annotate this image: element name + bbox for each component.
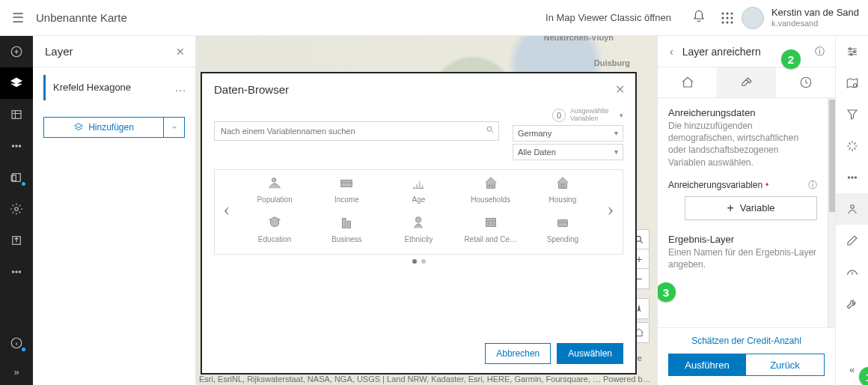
layer-item[interactable]: Krefeld Hexagone … (33, 67, 195, 108)
history-icon (799, 76, 813, 89)
variable-search-input[interactable] (214, 121, 499, 141)
svg-point-39 (853, 84, 857, 88)
rr-geoenrich-button[interactable]: 1 (836, 193, 868, 225)
category-icon (409, 175, 428, 191)
rail-expand-button[interactable]: » (0, 359, 33, 385)
tab-configure[interactable] (717, 67, 776, 97)
rr-tools-button[interactable] (836, 288, 868, 319)
carousel-next-button[interactable]: › (599, 197, 623, 221)
category-age[interactable]: Age (382, 175, 454, 204)
sparkle-icon (846, 139, 859, 153)
rail-add-button[interactable] (0, 36, 33, 67)
config-back-button[interactable]: ‹ (664, 46, 679, 58)
category-income[interactable]: Income (311, 175, 382, 204)
modal-close-button[interactable]: ✕ (615, 82, 625, 97)
map-canvas[interactable]: Neukirchen-Vluyn Duisburg Meerbusch Dere… (196, 36, 657, 385)
rr-sliders-button[interactable] (836, 36, 868, 67)
category-label: Business (331, 235, 362, 243)
category-ethnicity[interactable]: Ethnicity (382, 214, 454, 243)
layer-panel-close[interactable]: ✕ (176, 46, 185, 58)
tab-history[interactable] (776, 67, 835, 97)
back-button[interactable]: Zurück (746, 354, 825, 376)
category-housing[interactable]: Housing (527, 175, 599, 204)
rail-share-button[interactable] (0, 225, 33, 256)
run-button[interactable]: Ausführen (668, 354, 746, 376)
select-button[interactable]: Auswählen (557, 343, 623, 364)
category-label: Retail and Ce… (464, 235, 517, 243)
selected-variables-indicator[interactable]: 0 Ausgewählte Variablen ▾ (552, 108, 623, 123)
tab-overview[interactable] (658, 67, 717, 97)
app-header: ☰ Unbenannte Karte In Map Viewer Classic… (0, 0, 868, 36)
category-label: Spending (547, 235, 578, 243)
category-label: Households (471, 195, 510, 204)
category-spending[interactable]: Spending (527, 214, 599, 243)
svg-point-4 (726, 16, 728, 19)
add-layer-button[interactable]: Hinzufügen (43, 117, 164, 138)
config-scrollbar[interactable] (828, 98, 835, 327)
rail-more1-button[interactable] (0, 130, 33, 162)
menu-button[interactable]: ☰ (0, 10, 36, 26)
rr-edit-button[interactable] (836, 225, 868, 256)
svg-point-11 (12, 145, 13, 147)
add-variable-label: Variable (740, 202, 775, 213)
carousel-dots (202, 258, 635, 270)
rail-basemap-button[interactable] (0, 162, 33, 193)
map-title: Unbenannte Karte (36, 11, 127, 24)
map-city-label: Duisburg (594, 58, 630, 67)
user-profile[interactable]: Kerstin van de Sand k.vandesand (742, 7, 859, 29)
rr-measure-button[interactable] (836, 256, 868, 288)
chevron-down-icon: ▾ (614, 148, 618, 156)
category-icon (553, 214, 572, 231)
modal-title: Daten-Browser (214, 83, 615, 96)
add-layer-dropdown[interactable] (164, 117, 185, 138)
rr-filter-button[interactable] (836, 99, 868, 130)
layer-options-button[interactable]: … (174, 81, 186, 94)
layer-panel-title: Layer (45, 45, 176, 58)
rail-more2-button[interactable] (0, 256, 33, 288)
open-classic-link[interactable]: In Map Viewer Classic öffnen (545, 12, 671, 23)
bell-icon (692, 10, 706, 23)
carousel-prev-button[interactable]: ‹ (215, 197, 239, 221)
estimate-credits-link[interactable]: Schätzen der Credit-Anzahl (668, 336, 825, 346)
rail-info-button[interactable] (0, 327, 33, 359)
apps-grid-icon (721, 11, 734, 25)
category-label: Age (412, 195, 426, 204)
rail-layers-button[interactable] (0, 67, 33, 99)
rr-effects-button[interactable] (836, 130, 868, 162)
add-variable-button[interactable]: + Variable (685, 196, 817, 220)
svg-rect-28 (343, 218, 346, 228)
rr-more-button[interactable] (836, 162, 868, 193)
category-education[interactable]: Education (239, 214, 311, 243)
svg-point-18 (12, 271, 13, 273)
config-info-button[interactable]: ⓘ (810, 45, 829, 58)
svg-point-25 (489, 185, 490, 187)
rail-tables-button[interactable] (0, 99, 33, 130)
add-layer-label: Hinzufügen (88, 122, 134, 133)
svg-point-42 (855, 177, 856, 178)
svg-rect-10 (12, 111, 21, 119)
category-households[interactable]: Households (455, 175, 527, 204)
section-enrich-desc: Die hinzuzufügenden demografischen, wirt… (668, 120, 817, 169)
category-business[interactable]: Business (311, 214, 382, 243)
vars-info-button[interactable]: ⓘ (808, 179, 817, 192)
cancel-button[interactable]: Abbrechen (485, 343, 551, 364)
carousel-dot[interactable] (412, 259, 417, 264)
svg-rect-31 (486, 218, 495, 226)
vars-label: Anreicherungsvariablen (668, 180, 762, 190)
svg-point-30 (416, 216, 421, 222)
carousel-dot[interactable] (421, 259, 426, 264)
svg-point-16 (15, 207, 19, 211)
category-icon (481, 175, 501, 191)
svg-point-3 (721, 16, 724, 19)
rr-analysis-button[interactable] (836, 67, 868, 99)
rail-settings-button[interactable] (0, 193, 33, 225)
svg-point-0 (721, 12, 724, 14)
data-filter-select[interactable]: Alle Daten▾ (513, 144, 623, 160)
svg-point-5 (730, 16, 733, 19)
app-launcher-button[interactable] (713, 11, 742, 25)
category-retail-and-ce-[interactable]: Retail and Ce… (455, 214, 527, 243)
chevron-collapse-icon: « (849, 364, 855, 375)
country-select[interactable]: Germany▾ (513, 125, 623, 142)
category-population[interactable]: Population (239, 175, 311, 204)
notifications-button[interactable] (685, 10, 713, 25)
